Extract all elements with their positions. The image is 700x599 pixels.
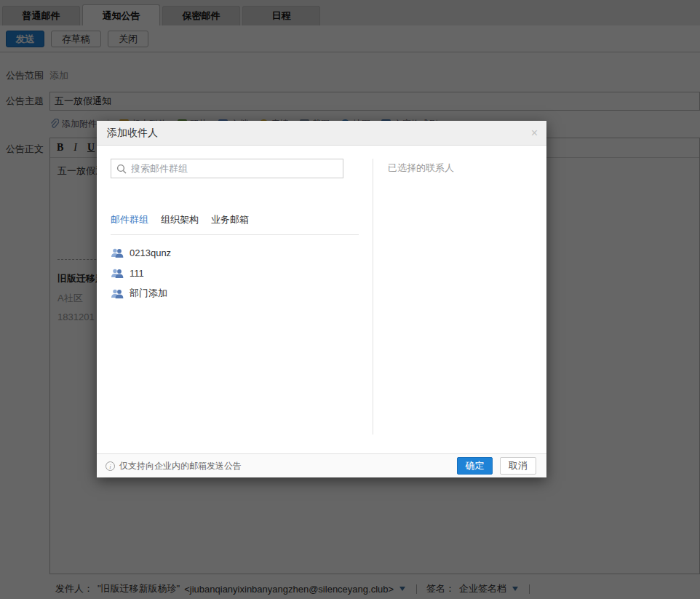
tabs-underline: [111, 234, 359, 235]
footer-note: i 仅支持向企业内的邮箱发送公告: [106, 460, 457, 472]
group-icon: [111, 289, 124, 298]
group-icon: [111, 269, 124, 278]
tab-mail-groups[interactable]: 邮件群组: [111, 213, 148, 226]
dialog-header: 添加收件人 ×: [97, 121, 546, 146]
selected-contacts-title: 已选择的联系人: [388, 162, 454, 175]
dialog-title: 添加收件人: [107, 127, 158, 138]
dialog-footer: i 仅支持向企业内的邮箱发送公告 确定 取消: [97, 453, 546, 477]
list-item[interactable]: 0213qunz: [111, 242, 358, 263]
add-recipients-dialog: 添加收件人 × 邮件群组 组织架构 业务邮箱: [97, 121, 546, 477]
group-list: 0213qunz 111 部门添加: [111, 242, 358, 304]
group-icon: [111, 248, 124, 258]
info-icon: i: [106, 461, 115, 471]
dialog-close-icon[interactable]: ×: [531, 121, 538, 145]
group-search-box: [111, 159, 343, 178]
list-item[interactable]: 部门添加: [111, 283, 358, 304]
panel-divider: [373, 159, 373, 435]
cancel-button[interactable]: 取消: [500, 457, 536, 475]
search-icon: [116, 164, 127, 174]
dialog-body: 邮件群组 组织架构 业务邮箱 0213qunz: [97, 146, 546, 453]
tab-org-structure[interactable]: 组织架构: [161, 213, 199, 226]
group-search-input[interactable]: [131, 163, 338, 174]
list-item[interactable]: 111: [111, 263, 358, 283]
confirm-button[interactable]: 确定: [457, 457, 493, 475]
recipient-source-tabs: 邮件群组 组织架构 业务邮箱: [111, 213, 249, 226]
tab-business-mailbox[interactable]: 业务邮箱: [211, 213, 249, 226]
